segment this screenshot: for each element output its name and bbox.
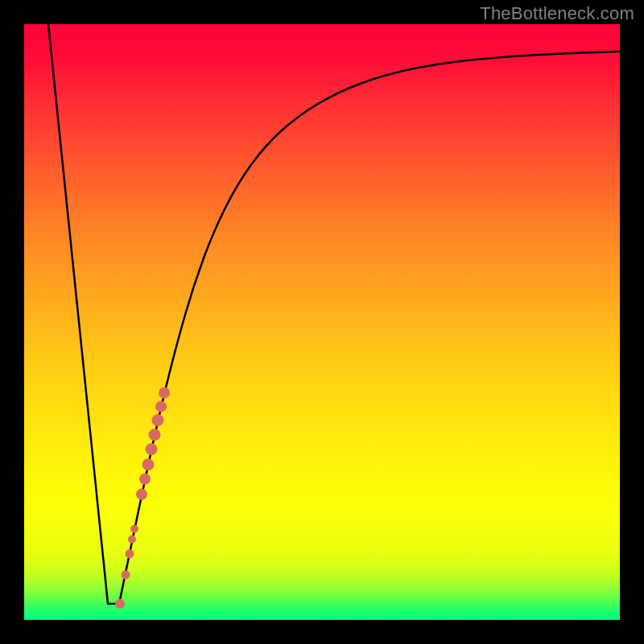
plot-area xyxy=(24,24,620,620)
watermark-text: TheBottleneck.com xyxy=(480,3,634,24)
data-dot xyxy=(155,401,167,412)
data-dot xyxy=(152,415,164,427)
data-dot xyxy=(128,535,136,543)
chart-overlay xyxy=(24,24,620,620)
curve-path xyxy=(48,24,620,604)
chart-frame: TheBottleneck.com xyxy=(0,0,644,644)
data-dot xyxy=(136,489,147,500)
data-dots xyxy=(115,387,170,609)
data-dot xyxy=(142,459,155,471)
data-dot xyxy=(122,571,130,580)
data-dot xyxy=(149,429,161,441)
bottleneck-curve xyxy=(48,24,620,604)
data-dot xyxy=(146,444,158,456)
data-dot xyxy=(115,599,125,609)
data-dot xyxy=(159,387,170,398)
data-dot xyxy=(139,473,151,485)
data-dot xyxy=(130,525,138,533)
data-dot xyxy=(126,550,134,559)
